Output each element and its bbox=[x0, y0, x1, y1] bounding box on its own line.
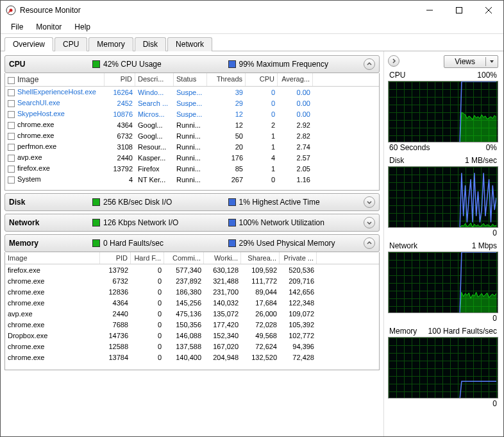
col-threads[interactable]: Threads bbox=[207, 73, 246, 86]
memory-used-swatch bbox=[228, 239, 236, 247]
cpu-grid-header: Image PID Descri... Status Threads CPU A… bbox=[5, 73, 379, 87]
col-cpu[interactable]: CPU bbox=[246, 73, 278, 86]
row-checkbox[interactable] bbox=[8, 144, 15, 151]
disk-active-label: 1% Highest Active Time bbox=[239, 198, 320, 207]
cpu-grid: Image PID Descri... Status Threads CPU A… bbox=[4, 73, 380, 191]
memory-grid-header: Image PID Hard F... Commi... Worki... Sh… bbox=[5, 252, 379, 264]
memory-section-header[interactable]: Memory 0 Hard Faults/sec 29% Used Physic… bbox=[4, 234, 380, 252]
memory-table-row[interactable]: chrome.exe67320237,892321,488111,772209,… bbox=[5, 275, 379, 286]
cpu-section-header[interactable]: CPU 42% CPU Usage 99% Maximum Frequency bbox=[4, 55, 380, 73]
memory-table-row[interactable]: chrome.exe125880137,588167,02072,62494,3… bbox=[5, 341, 379, 352]
disk-section-header[interactable]: Disk 256 KB/sec Disk I/O 1% Highest Acti… bbox=[4, 193, 380, 211]
row-checkbox[interactable] bbox=[8, 155, 15, 162]
window-title: Resource Monitor bbox=[20, 6, 415, 15]
col-average[interactable]: Averag... bbox=[278, 73, 313, 86]
views-dropdown-icon[interactable] bbox=[486, 59, 498, 64]
memory-table-row[interactable]: chrome.exe76880150,356177,42072,028105,3… bbox=[5, 319, 379, 330]
cpu-table-row[interactable]: chrome.exe4364Googl...Runni...1222.92 bbox=[5, 119, 379, 130]
row-checkbox[interactable] bbox=[8, 122, 15, 129]
tab-overview[interactable]: Overview bbox=[4, 37, 53, 51]
cpu-table-row[interactable]: avp.exe2440Kasper...Runni...17642.57 bbox=[5, 152, 379, 163]
row-checkbox[interactable] bbox=[8, 166, 15, 173]
cpu-freq-swatch bbox=[228, 60, 236, 68]
chart-canvas bbox=[388, 252, 498, 313]
col-pid[interactable]: PID bbox=[105, 73, 135, 86]
cpu-table-row[interactable]: chrome.exe6732Googl...Runni...5012.82 bbox=[5, 130, 379, 141]
close-button[interactable] bbox=[474, 1, 503, 20]
select-all-checkbox[interactable] bbox=[8, 77, 15, 84]
mcol-hardfaults[interactable]: Hard F... bbox=[131, 252, 164, 264]
chart-scale-top: 1 MB/sec bbox=[465, 156, 497, 165]
row-checkbox[interactable] bbox=[8, 111, 15, 118]
chart-canvas bbox=[388, 166, 498, 228]
memory-table-row[interactable]: chrome.exe128360186,380231,70089,044142,… bbox=[5, 286, 379, 297]
cpu-freq-label: 99% Maximum Frequency bbox=[239, 60, 328, 69]
memory-collapse-icon[interactable] bbox=[364, 237, 375, 249]
disk-title: Disk bbox=[9, 198, 92, 207]
mcol-private[interactable]: Private ... bbox=[280, 252, 317, 264]
col-description[interactable]: Descri... bbox=[135, 73, 174, 86]
col-image[interactable]: Image bbox=[5, 73, 105, 86]
memory-table-row[interactable]: Dropbox.exe147360146,088152,34049,568102… bbox=[5, 330, 379, 341]
chart-scale-top: 1 Mbps bbox=[472, 241, 497, 250]
menu-file[interactable]: File bbox=[4, 21, 29, 33]
chart-canvas bbox=[388, 337, 498, 398]
memory-grid: Image PID Hard F... Commi... Worki... Sh… bbox=[4, 252, 380, 370]
charts-collapse-icon[interactable] bbox=[388, 55, 399, 67]
row-checkbox[interactable] bbox=[8, 133, 15, 140]
memory-title: Memory bbox=[9, 239, 92, 248]
title-bar: Resource Monitor bbox=[1, 1, 503, 20]
chart-title: Disk bbox=[389, 156, 404, 165]
disk-io-swatch bbox=[92, 198, 100, 206]
network-title: Network bbox=[9, 218, 92, 227]
cpu-table-row[interactable]: SkypeHost.exe10876Micros...Suspe...1200.… bbox=[5, 108, 379, 119]
minimize-button[interactable] bbox=[415, 1, 444, 20]
row-checkbox[interactable] bbox=[8, 176, 15, 184]
cpu-table-row[interactable]: SearchUI.exe2452Search ...Suspe...2900.0… bbox=[5, 98, 379, 108]
views-button[interactable]: Views bbox=[444, 55, 498, 68]
tab-network[interactable]: Network bbox=[167, 37, 212, 51]
network-io-swatch bbox=[92, 219, 100, 227]
network-section-header[interactable]: Network 126 Kbps Network I/O 100% Networ… bbox=[4, 214, 380, 232]
mcol-shareable[interactable]: Sharea... bbox=[241, 252, 280, 264]
memory-table-row[interactable]: chrome.exe43640145,256140,03217,684122,3… bbox=[5, 297, 379, 308]
app-icon bbox=[6, 5, 16, 15]
memory-faults-label: 0 Hard Faults/sec bbox=[103, 239, 164, 248]
disk-expand-icon[interactable] bbox=[364, 196, 375, 208]
network-chart: Network1 Mbps0 bbox=[388, 241, 498, 323]
memory-chart: Memory100 Hard Faults/sec0 bbox=[388, 327, 498, 408]
mcol-image[interactable]: Image bbox=[5, 252, 100, 264]
maximize-button[interactable] bbox=[444, 1, 474, 20]
col-status[interactable]: Status bbox=[174, 73, 207, 86]
chart-scale-bottom-right: 0 bbox=[492, 228, 497, 237]
cpu-collapse-icon[interactable] bbox=[364, 58, 375, 70]
memory-table-row[interactable]: avp.exe24400475,136135,07226,000109,072 bbox=[5, 308, 379, 319]
network-expand-icon[interactable] bbox=[364, 217, 375, 228]
mcol-working[interactable]: Worki... bbox=[204, 252, 241, 264]
tab-disk[interactable]: Disk bbox=[135, 37, 166, 51]
tabstrip: Overview CPU Memory Disk Network bbox=[1, 34, 503, 51]
cpu-table-row[interactable]: ShellExperienceHost.exe16264Windo...Susp… bbox=[5, 87, 379, 98]
disk-io-label: 256 KB/sec Disk I/O bbox=[103, 198, 172, 207]
network-util-swatch bbox=[228, 219, 236, 227]
tab-cpu[interactable]: CPU bbox=[55, 37, 87, 51]
memory-table-row[interactable]: chrome.exe137840140,400204,948132,52072,… bbox=[5, 352, 379, 363]
disk-chart: Disk1 MB/sec0 bbox=[388, 156, 498, 237]
row-checkbox[interactable] bbox=[8, 89, 15, 96]
cpu-table-row[interactable]: firefox.exe13792FirefoxRunni...8512.05 bbox=[5, 163, 379, 174]
menubar: File Monitor Help bbox=[1, 20, 503, 34]
tab-memory[interactable]: Memory bbox=[88, 37, 133, 51]
menu-monitor[interactable]: Monitor bbox=[29, 21, 68, 33]
chart-scale-top: 100% bbox=[477, 71, 497, 80]
cpu-table-row[interactable]: System4NT Ker...Runni...26701.16 bbox=[5, 174, 379, 185]
row-checkbox[interactable] bbox=[8, 100, 15, 107]
cpu-title: CPU bbox=[9, 60, 92, 69]
mcol-commit[interactable]: Commi... bbox=[164, 252, 204, 264]
memory-table-row[interactable]: firefox.exe137920577,340630,128109,59252… bbox=[5, 264, 379, 275]
chart-title: Network bbox=[389, 241, 417, 250]
cpu-usage-swatch bbox=[92, 60, 100, 68]
menu-help[interactable]: Help bbox=[68, 21, 97, 33]
mcol-pid[interactable]: PID bbox=[100, 252, 131, 264]
cpu-table-row[interactable]: perfmon.exe3108Resour...Runni...2012.74 bbox=[5, 141, 379, 152]
network-util-label: 100% Network Utilization bbox=[239, 218, 324, 227]
